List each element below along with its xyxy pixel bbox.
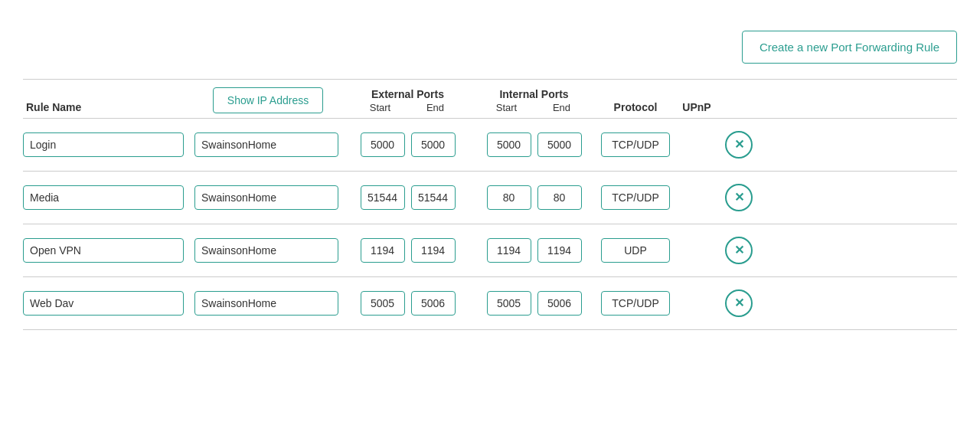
- table-row: ✕: [23, 172, 957, 224]
- table-body: ✕ ✕: [23, 119, 957, 330]
- protocol-input[interactable]: [601, 291, 670, 316]
- int-end-input[interactable]: [537, 238, 582, 263]
- ext-end-input[interactable]: [411, 185, 456, 210]
- col-header-internal-ports: Internal Ports Start End: [471, 88, 597, 113]
- int-start-input[interactable]: [487, 238, 531, 263]
- rule-name-input[interactable]: [23, 238, 184, 263]
- x-icon: ✕: [734, 191, 744, 204]
- delete-cell: ✕: [720, 289, 758, 317]
- delete-rule-button[interactable]: ✕: [725, 184, 753, 211]
- protocol-input[interactable]: [601, 132, 670, 157]
- protocol-input[interactable]: [601, 185, 670, 210]
- ip-address-cell: [191, 132, 345, 157]
- x-icon: ✕: [734, 244, 744, 257]
- show-ip-address-button-wrapper: Show IP Address: [191, 87, 345, 113]
- protocol-input[interactable]: [601, 238, 670, 263]
- ext-end-input[interactable]: [411, 132, 456, 157]
- ip-address-cell: [191, 185, 345, 210]
- table-row: ✕: [23, 224, 957, 277]
- int-end-input[interactable]: [537, 132, 582, 157]
- ip-address-cell: [191, 291, 345, 316]
- rule-name-cell: [23, 291, 191, 316]
- int-ports-cell: [471, 185, 597, 210]
- rule-name-input[interactable]: [23, 185, 184, 210]
- ext-ports-cell: [345, 238, 471, 263]
- ip-address-input[interactable]: [194, 132, 338, 157]
- x-icon: ✕: [734, 139, 744, 151]
- table-header: Rule Name Show IP Address External Ports…: [23, 80, 957, 119]
- int-ports-cell: [471, 238, 597, 263]
- page-container: Create a new Port Forwarding Rule Rule N…: [23, 31, 957, 330]
- int-ports-cell: [471, 132, 597, 157]
- int-end-input[interactable]: [537, 185, 582, 210]
- top-bar: Create a new Port Forwarding Rule: [23, 31, 957, 64]
- create-rule-button[interactable]: Create a new Port Forwarding Rule: [742, 31, 957, 64]
- int-start-input[interactable]: [487, 291, 531, 316]
- ext-ports-cell: [345, 185, 471, 210]
- protocol-cell: [597, 291, 674, 316]
- delete-rule-button[interactable]: ✕: [725, 237, 753, 264]
- rule-name-input[interactable]: [23, 132, 184, 157]
- col-header-external-ports: External Ports Start End: [345, 88, 471, 113]
- rule-name-cell: [23, 132, 191, 157]
- port-forwarding-table: Rule Name Show IP Address External Ports…: [23, 79, 957, 330]
- int-end-input[interactable]: [537, 291, 582, 316]
- delete-cell: ✕: [720, 131, 758, 159]
- ip-address-cell: [191, 238, 345, 263]
- delete-rule-button[interactable]: ✕: [725, 289, 753, 317]
- col-header-upnp: UPnP: [674, 101, 720, 113]
- col-header-protocol: Protocol: [597, 101, 674, 113]
- table-row: ✕: [23, 119, 957, 172]
- ext-start-input[interactable]: [361, 291, 405, 316]
- int-ports-cell: [471, 291, 597, 316]
- rule-name-cell: [23, 238, 191, 263]
- x-icon: ✕: [734, 297, 744, 309]
- protocol-cell: [597, 185, 674, 210]
- ext-start-input[interactable]: [361, 238, 405, 263]
- ip-address-input[interactable]: [194, 185, 338, 210]
- protocol-cell: [597, 238, 674, 263]
- ext-ports-cell: [345, 291, 471, 316]
- rule-name-cell: [23, 185, 191, 210]
- ip-address-input[interactable]: [194, 291, 338, 316]
- delete-cell: ✕: [720, 237, 758, 264]
- delete-rule-button[interactable]: ✕: [725, 131, 753, 159]
- show-ip-button[interactable]: Show IP Address: [213, 87, 323, 113]
- col-header-rule-name: Rule Name: [23, 101, 191, 113]
- delete-cell: ✕: [720, 184, 758, 211]
- ip-address-input[interactable]: [194, 238, 338, 263]
- int-start-input[interactable]: [487, 185, 531, 210]
- ext-start-input[interactable]: [361, 185, 405, 210]
- ext-end-input[interactable]: [411, 238, 456, 263]
- int-start-input[interactable]: [487, 132, 531, 157]
- rule-name-input[interactable]: [23, 291, 184, 316]
- protocol-cell: [597, 132, 674, 157]
- ext-start-input[interactable]: [361, 132, 405, 157]
- table-row: ✕: [23, 277, 957, 330]
- ext-end-input[interactable]: [411, 291, 456, 316]
- ext-ports-cell: [345, 132, 471, 157]
